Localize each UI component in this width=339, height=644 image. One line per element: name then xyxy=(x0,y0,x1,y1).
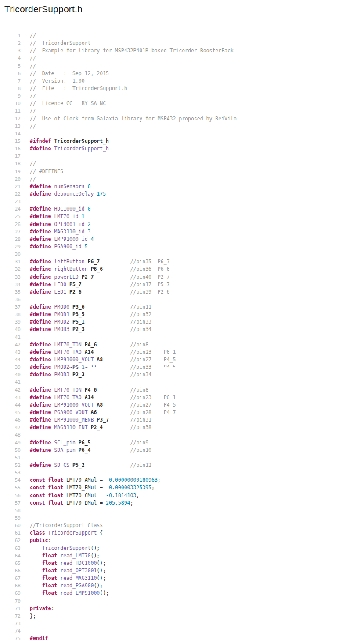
line-number[interactable]: 38 xyxy=(13,311,25,318)
code-text: }; xyxy=(25,612,339,620)
line-number[interactable]: 25 xyxy=(13,213,25,220)
code-segment xyxy=(30,582,42,589)
line-number[interactable]: 44 xyxy=(13,401,25,409)
line-number[interactable]: 69 xyxy=(13,589,25,597)
code-segment: LMP91000_id xyxy=(54,236,87,242)
line-number[interactable]: 27 xyxy=(13,228,25,236)
line-number[interactable]: 44 xyxy=(13,356,25,364)
line-number[interactable]: 14 xyxy=(13,130,25,138)
code-text: #define LMT70_TAO A14 //pin23 P6_1 xyxy=(25,349,339,356)
line-number[interactable]: 4 xyxy=(13,55,25,62)
line-number[interactable]: 67 xyxy=(13,575,25,582)
line-number[interactable]: 60 xyxy=(13,522,25,529)
code-line: 69 float read_LMP91000(); xyxy=(13,589,339,597)
line-number[interactable]: 33 xyxy=(13,273,25,281)
line-number[interactable]: 45 xyxy=(13,409,25,416)
code-segment: const float xyxy=(30,484,63,491)
line-number[interactable]: 3 xyxy=(13,47,25,55)
line-number[interactable]: 58 xyxy=(13,507,25,514)
line-number[interactable]: 34 xyxy=(13,281,25,288)
line-number[interactable]: 72 xyxy=(13,612,25,620)
code-segment: 2 xyxy=(88,221,91,227)
line-number[interactable]: 68 xyxy=(13,582,25,589)
line-number[interactable]: 42 xyxy=(13,341,25,349)
line-number[interactable]: 20 xyxy=(13,175,25,183)
line-number[interactable]: 13 xyxy=(13,123,25,130)
code-line: 10// Licence CC = BY SA NC xyxy=(13,100,339,107)
line-number[interactable]: 41 xyxy=(13,378,25,386)
line-number[interactable]: 1 xyxy=(13,32,25,40)
code-segment: #endif xyxy=(30,635,48,641)
line-number[interactable]: 46 xyxy=(13,416,25,424)
line-number[interactable]: 42 xyxy=(13,386,25,394)
line-number[interactable]: 28 xyxy=(13,236,25,243)
line-number[interactable]: 15 xyxy=(13,138,25,145)
line-number[interactable]: 59 xyxy=(13,514,25,522)
code-segment: // xyxy=(30,123,36,129)
line-number[interactable]: 10 xyxy=(13,100,25,107)
line-number[interactable]: 49 xyxy=(13,439,25,447)
line-number[interactable]: 71 xyxy=(13,605,25,612)
line-number[interactable]: 31 xyxy=(13,258,25,266)
line-number[interactable]: 19 xyxy=(13,168,25,175)
line-number[interactable]: 39 xyxy=(13,318,25,326)
line-number[interactable]: 23 xyxy=(13,198,25,205)
line-number[interactable]: 74 xyxy=(13,627,25,635)
line-number[interactable]: 61 xyxy=(13,529,25,537)
line-number[interactable]: 22 xyxy=(13,190,25,198)
code-segment xyxy=(91,447,130,453)
code-text: #endif xyxy=(25,635,339,642)
line-number[interactable]: 52 xyxy=(13,462,25,469)
line-number[interactable]: 35 xyxy=(13,288,25,296)
line-number[interactable]: 70 xyxy=(13,597,25,605)
line-number[interactable]: 43 xyxy=(13,394,25,401)
line-number[interactable]: 9 xyxy=(13,92,25,100)
line-number[interactable]: 18 xyxy=(13,160,25,167)
line-number[interactable]: 64 xyxy=(13,552,25,560)
line-number[interactable]: 48 xyxy=(13,431,25,439)
line-number[interactable]: 32 xyxy=(13,266,25,273)
line-number[interactable]: 43 xyxy=(13,349,25,356)
code-line: 60//TricorderSupport Class xyxy=(13,522,339,529)
line-number[interactable]: 29 xyxy=(13,243,25,251)
line-number[interactable]: 53 xyxy=(13,469,25,477)
line-number[interactable]: 12 xyxy=(13,115,25,123)
code-segment: P4_6 xyxy=(85,342,97,348)
line-number[interactable]: 62 xyxy=(13,537,25,544)
line-number[interactable]: 66 xyxy=(13,567,25,575)
code-text: // Date : Sep 12, 2015 xyxy=(25,70,339,77)
line-number[interactable]: 6 xyxy=(13,70,25,77)
code-line: 44#define LMP91000_VOUT A8 //pin27 P4_5 xyxy=(13,356,339,364)
line-number[interactable]: 5 xyxy=(13,62,25,70)
code-segment: //pin8 xyxy=(130,387,149,393)
line-number[interactable]: 24 xyxy=(13,205,25,213)
line-number[interactable]: 47 xyxy=(13,424,25,431)
line-number[interactable]: 54 xyxy=(13,477,25,484)
line-number[interactable]: 56 xyxy=(13,492,25,499)
line-number[interactable]: 50 xyxy=(13,447,25,454)
line-number[interactable]: 63 xyxy=(13,545,25,552)
line-number[interactable]: 57 xyxy=(13,499,25,507)
line-number[interactable]: 16 xyxy=(13,145,25,153)
line-number[interactable]: 39 xyxy=(13,364,25,371)
line-number[interactable]: 36 xyxy=(13,296,25,303)
line-number[interactable]: 55 xyxy=(13,484,25,491)
line-number[interactable]: 37 xyxy=(13,303,25,311)
line-number[interactable]: 65 xyxy=(13,560,25,567)
code-segment: SD_CS xyxy=(54,462,69,468)
line-number[interactable]: 8 xyxy=(13,85,25,92)
line-number[interactable]: 7 xyxy=(13,77,25,85)
line-number[interactable]: 41 xyxy=(13,334,25,341)
line-number[interactable]: 11 xyxy=(13,107,25,115)
line-number[interactable]: 26 xyxy=(13,221,25,228)
line-number[interactable]: 75 xyxy=(13,635,25,642)
line-number[interactable]: 2 xyxy=(13,40,25,47)
line-number[interactable]: 17 xyxy=(13,153,25,160)
line-number[interactable]: 73 xyxy=(13,620,25,627)
line-number[interactable]: 30 xyxy=(13,251,25,258)
line-number[interactable]: 21 xyxy=(13,183,25,190)
line-number[interactable]: 40 xyxy=(13,326,25,333)
line-number[interactable]: 51 xyxy=(13,454,25,462)
code-segment: rightButton xyxy=(54,266,87,272)
line-number[interactable]: 40 xyxy=(13,371,25,378)
